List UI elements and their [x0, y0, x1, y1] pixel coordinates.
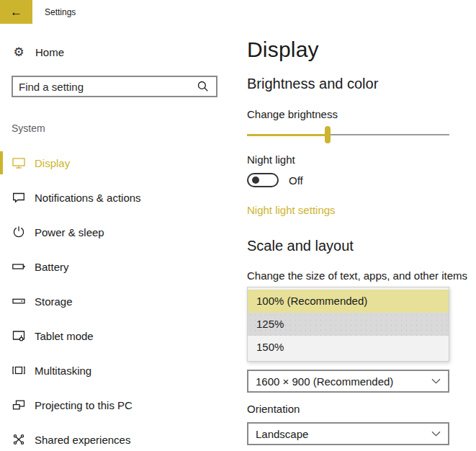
sidebar-item-multitasking[interactable]: Multitasking — [0, 359, 238, 382]
sidebar-item-storage[interactable]: Storage — [0, 290, 238, 313]
nav-label: Display — [35, 157, 70, 169]
nav-label: Shared experiences — [35, 434, 130, 446]
search-icon[interactable] — [197, 80, 210, 93]
sidebar-item-power-sleep[interactable]: Power & sleep — [0, 220, 238, 244]
night-light-settings-link[interactable]: Night light settings — [247, 204, 336, 216]
scale-option-100[interactable]: 100% (Recommended) — [248, 290, 449, 313]
section-title-brightness: Brightness and color — [247, 76, 378, 92]
battery-icon — [12, 259, 26, 274]
brightness-slider-fill — [247, 134, 328, 136]
storage-icon — [12, 294, 26, 308]
nav-label: Tablet mode — [35, 330, 94, 342]
sidebar-item-notifications[interactable]: Notifications & actions — [0, 186, 238, 209]
projecting-icon — [12, 398, 26, 412]
gear-icon: ⚙ — [12, 45, 26, 59]
nav-label: Projecting to this PC — [35, 399, 133, 411]
night-light-state: Off — [289, 174, 303, 187]
resolution-value: 1600 × 900 (Recommended) — [256, 375, 393, 388]
sidebar-item-display[interactable]: Display — [0, 151, 238, 174]
search-input[interactable] — [13, 81, 197, 93]
selected-indicator-bar — [0, 151, 3, 174]
main-content: Display Brightness and color Change brig… — [247, 0, 476, 451]
sidebar-section-label: System — [12, 122, 45, 134]
scale-option-125[interactable]: 125% — [248, 313, 449, 336]
sidebar-item-tablet-mode[interactable]: Tablet mode — [0, 324, 238, 347]
resolution-dropdown[interactable]: 1600 × 900 (Recommended) — [247, 370, 449, 393]
orientation-label: Orientation — [247, 403, 300, 415]
brightness-slider[interactable] — [247, 125, 449, 144]
app-title: Settings — [45, 7, 76, 17]
sidebar-nav: Display Notifications & actions Power & … — [0, 151, 238, 451]
back-button[interactable]: ← — [0, 0, 32, 24]
nav-label: Notifications & actions — [35, 192, 141, 204]
toggle-knob — [252, 177, 259, 184]
chevron-down-icon — [431, 431, 441, 437]
scale-dropdown-list: 100% (Recommended) 125% 150% — [247, 287, 449, 362]
sidebar-item-battery[interactable]: Battery — [0, 255, 238, 278]
display-icon — [12, 156, 26, 170]
brightness-slider-thumb[interactable] — [325, 126, 331, 143]
brightness-slider-label: Change brightness — [247, 108, 338, 120]
notifications-icon — [12, 190, 26, 205]
page-title: Display — [247, 37, 319, 62]
sidebar-item-home[interactable]: ⚙ Home — [12, 45, 64, 59]
orientation-value: Landscape — [256, 428, 308, 440]
sidebar: ⚙ Home System Display — [0, 24, 238, 451]
night-light-label: Night light — [247, 153, 295, 166]
shared-experiences-icon — [12, 432, 26, 447]
multitasking-icon — [12, 363, 26, 378]
night-light-toggle-row: Off — [247, 173, 303, 187]
scale-dropdown-label: Change the size of text, apps, and other… — [247, 269, 467, 282]
back-arrow-icon: ← — [10, 5, 22, 19]
nav-label: Battery — [35, 261, 69, 273]
tablet-mode-icon — [12, 329, 26, 343]
sidebar-item-shared-experiences[interactable]: Shared experiences — [0, 428, 238, 451]
nav-label: Storage — [35, 295, 73, 308]
section-title-scale: Scale and layout — [247, 238, 354, 254]
nav-label: Power & sleep — [35, 226, 104, 238]
search-box[interactable] — [12, 76, 217, 97]
night-light-toggle[interactable] — [247, 173, 279, 187]
scale-option-150[interactable]: 150% — [248, 336, 449, 359]
sidebar-item-projecting[interactable]: Projecting to this PC — [0, 393, 238, 416]
chevron-down-icon — [431, 378, 441, 384]
home-label: Home — [35, 46, 64, 58]
power-icon — [12, 225, 26, 239]
nav-label: Multitasking — [35, 365, 91, 377]
orientation-dropdown[interactable]: Landscape — [247, 422, 449, 445]
